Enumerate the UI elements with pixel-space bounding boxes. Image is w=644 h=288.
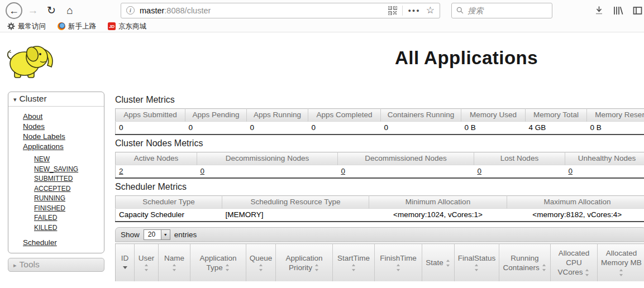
bookmark-most-visited[interactable]: 最常访问 <box>7 22 46 31</box>
list-item: KILLED <box>34 223 104 233</box>
sidebar-item-running[interactable]: RUNNING <box>34 194 65 202</box>
bookmark-getting-started[interactable]: 新手上路 <box>58 22 96 31</box>
list-item: Node Labels <box>23 131 104 141</box>
site-info-icon[interactable]: i <box>126 6 135 15</box>
sidebar-item-nodes[interactable]: Nodes <box>23 122 45 131</box>
sidebar-item-node-labels[interactable]: Node Labels <box>23 132 65 141</box>
reload-icon[interactable]: ↻ <box>44 3 59 18</box>
column-header-finishtime[interactable]: FinishTime <box>375 244 422 282</box>
column-header-starttime[interactable]: StartTime <box>333 244 375 282</box>
apps-running-value: 0 <box>247 122 308 135</box>
sidebar-tools-header[interactable]: ▸Tools <box>8 258 104 272</box>
scheduler-type-value: Capacity Scheduler <box>116 209 222 222</box>
active-nodes-link[interactable]: 2 <box>119 167 123 175</box>
bookmark-star-icon[interactable]: ☆ <box>426 4 435 16</box>
sidebar-item-accepted[interactable]: ACCEPTED <box>34 185 70 193</box>
column-header-finalstatus[interactable]: FinalStatus <box>455 244 499 282</box>
column-label: Running Containers <box>503 254 539 272</box>
bookmark-jd[interactable]: JD 京东商城 <box>108 22 146 31</box>
lost-nodes-link[interactable]: 0 <box>478 167 482 175</box>
sort-icon <box>144 264 149 271</box>
page-size-select[interactable]: 20 ▼ <box>144 229 170 240</box>
sort-icon <box>396 264 401 271</box>
back-icon[interactable]: ← <box>6 2 22 19</box>
page-header: All Applications <box>0 32 644 88</box>
column-header-state[interactable]: State <box>422 244 455 282</box>
column-label: FinalStatus <box>458 254 496 262</box>
cluster-metrics-title: Cluster Metrics <box>115 95 644 105</box>
url-text: master:8088/cluster <box>140 6 211 15</box>
list-item: About <box>23 111 104 121</box>
sidebar: ▾Cluster About Nodes Node Labels Applica… <box>8 92 104 272</box>
sort-icon <box>542 264 547 271</box>
gear-icon <box>7 22 15 30</box>
unhealthy-nodes-link[interactable]: 0 <box>569 167 573 175</box>
bookmarks-bar: 最常访问 新手上路 JD 京东商城 <box>0 21 644 32</box>
column-header-scheduling-resource-type: Scheduling Resource Type <box>222 196 369 209</box>
sidebar-toggle-icon[interactable] <box>633 6 642 15</box>
sort-icon <box>585 269 590 276</box>
qr-code-icon[interactable] <box>388 6 397 15</box>
column-header-allocated-memory-mb[interactable]: Allocated Memory MB <box>598 244 644 282</box>
firefox-icon <box>58 22 65 30</box>
column-header-name[interactable]: Name <box>159 244 190 282</box>
page-actions-icon[interactable]: ●●● <box>408 8 420 13</box>
search-input[interactable] <box>468 6 547 15</box>
column-header-allocated-cpu-vcores[interactable]: Allocated CPU VCores <box>551 244 598 282</box>
sidebar-item-scheduler[interactable]: Scheduler <box>23 238 57 247</box>
table-row: 2 0 0 0 0 <box>116 165 644 179</box>
sidebar-item-applications[interactable]: Applications <box>23 142 64 151</box>
scheduler-metrics-table: Scheduler Type Scheduling Resource Type … <box>115 195 644 222</box>
applications-table: ID User Name Application Type Queue Appl… <box>115 243 644 281</box>
sidebar-item-finished[interactable]: FINISHED <box>34 204 65 212</box>
sidebar-item-about[interactable]: About <box>23 112 42 121</box>
bookmark-label: 最常访问 <box>18 22 46 31</box>
column-label: User <box>139 254 155 262</box>
list-item: RUNNING <box>34 193 104 203</box>
column-header-decommissioning-nodes: Decommissioning Nodes <box>197 152 338 165</box>
list-item: FAILED <box>34 213 104 223</box>
column-header-application-priority[interactable]: Application Priority <box>276 244 333 282</box>
downloads-icon[interactable] <box>594 6 604 15</box>
browser-toolbar: ← → ↻ ⌂ i master:8088/cluster ●●● ☆ <box>0 0 644 21</box>
column-header-application-type[interactable]: Application Type <box>190 244 246 282</box>
decommissioned-nodes-link[interactable]: 0 <box>341 167 346 175</box>
sort-icon <box>314 264 319 271</box>
show-entries-bar: Show 20 ▼ entries <box>115 227 644 242</box>
column-header-scheduler-type: Scheduler Type <box>116 196 222 209</box>
sort-desc-icon <box>123 266 127 269</box>
decommissioned-nodes-cell: 0 <box>338 165 474 179</box>
list-item: ACCEPTED <box>34 184 104 194</box>
column-header-apps-completed: Apps Completed <box>308 109 381 122</box>
table-row: 0 0 0 0 0 0 B 4 GB 0 B <box>116 122 644 135</box>
sidebar-item-failed[interactable]: FAILED <box>34 214 57 222</box>
sidebar-app-states: NEW NEW_SAVING SUBMITTED ACCEPTED RUNNIN… <box>8 152 104 233</box>
column-header-running-containers[interactable]: Running Containers <box>499 244 551 282</box>
table-header-row: ID User Name Application Type Queue Appl… <box>116 244 644 282</box>
sidebar-item-submitted[interactable]: SUBMITTED <box>34 175 73 183</box>
search-box[interactable] <box>451 3 552 18</box>
bookmark-label: 京东商城 <box>118 22 146 31</box>
sidebar-item-killed[interactable]: KILLED <box>34 224 57 232</box>
content: ▾Cluster About Nodes Node Labels Applica… <box>0 92 644 281</box>
show-label: Show <box>121 231 140 239</box>
column-header-active-nodes: Active Nodes <box>116 152 197 165</box>
column-header-user[interactable]: User <box>135 244 159 282</box>
column-label: Queue <box>250 254 273 262</box>
urlbar-separator <box>402 6 403 16</box>
library-icon[interactable] <box>613 6 623 15</box>
sidebar-tools-title: Tools <box>20 260 40 269</box>
column-label: StartTime <box>337 254 370 262</box>
sidebar-cluster-header[interactable]: ▾Cluster <box>8 92 104 107</box>
select-arrow-icon: ▼ <box>161 230 170 239</box>
page-title: All Applications <box>395 47 538 69</box>
home-icon[interactable]: ⌂ <box>62 3 78 18</box>
column-header-queue[interactable]: Queue <box>246 244 276 282</box>
column-header-id[interactable]: ID <box>116 244 135 282</box>
sidebar-item-new-saving[interactable]: NEW_SAVING <box>34 165 78 173</box>
decommissioning-nodes-link[interactable]: 0 <box>201 167 205 175</box>
sidebar-item-new[interactable]: NEW <box>34 155 50 163</box>
column-header-apps-submitted: Apps Submitted <box>116 109 185 122</box>
url-bar[interactable]: i master:8088/cluster ●●● ☆ <box>121 3 440 18</box>
forward-icon[interactable]: → <box>25 3 41 18</box>
